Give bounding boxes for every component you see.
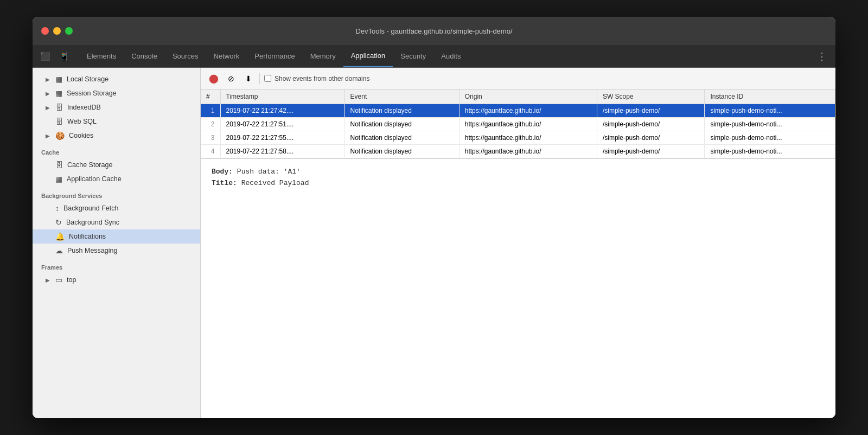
more-tabs-button[interactable]: ⋮ <box>813 50 831 62</box>
cell-timestamp: 2019-07-22 21:27:55.... <box>220 131 344 145</box>
sidebar-item-notifications[interactable]: ▶ 🔔 Notifications <box>33 229 200 244</box>
toolbar-divider <box>259 73 260 84</box>
cell-origin: https://gauntface.github.io/ <box>459 104 597 118</box>
cloud-icon: ☁ <box>55 246 63 255</box>
main-area: ▶ ▦ Local Storage ▶ ▦ Session Storage ▶ … <box>33 68 835 418</box>
sidebar-item-application-cache[interactable]: ▶ ▦ Application Cache <box>33 172 200 186</box>
tab-application[interactable]: Application <box>343 45 393 67</box>
device-icon[interactable]: 📱 <box>56 49 73 63</box>
body-label: Body: <box>212 168 233 176</box>
push-messaging-label: Push Messaging <box>67 247 117 254</box>
tab-elements[interactable]: Elements <box>79 45 124 67</box>
cell-timestamp: 2019-07-22 21:27:51.... <box>220 118 344 131</box>
table-row[interactable]: 12019-07-22 21:27:42....Notification dis… <box>201 104 835 118</box>
other-domains-input[interactable] <box>264 75 271 82</box>
tab-console[interactable]: Console <box>124 45 165 67</box>
sidebar-item-push-messaging[interactable]: ▶ ☁ Push Messaging <box>33 244 200 258</box>
close-button[interactable] <box>41 27 49 35</box>
cell-instance-id: simple-push-demo-noti... <box>705 118 835 131</box>
notifications-label: Notifications <box>69 233 106 240</box>
download-button[interactable]: ⬇ <box>242 72 255 85</box>
maximize-button[interactable] <box>65 27 73 35</box>
sidebar-item-top[interactable]: ▶ ▭ top <box>33 273 200 287</box>
title-value: Received Payload <box>241 179 309 187</box>
window-title: DevTools - gauntface.github.io/simple-pu… <box>355 27 512 35</box>
col-event: Event <box>344 89 459 104</box>
local-storage-label: Local Storage <box>67 75 108 83</box>
indexeddb-label: IndexedDB <box>67 104 101 111</box>
table-header-row: # Timestamp Event Origin SW Scope Instan… <box>201 89 835 104</box>
cell-timestamp: 2019-07-22 21:27:58.... <box>220 145 344 158</box>
web-sql-label: Web SQL <box>67 118 97 125</box>
cell-num: 2 <box>201 118 220 131</box>
traffic-lights <box>41 27 73 35</box>
cell-num: 3 <box>201 131 220 145</box>
sidebar-item-cache-storage[interactable]: ▶ 🗄 Cache Storage <box>33 158 200 172</box>
cache-section-label: Cache <box>33 143 200 158</box>
cell-origin: https://gauntface.github.io/ <box>459 131 597 145</box>
tab-memory[interactable]: Memory <box>303 45 343 67</box>
sidebar: ▶ ▦ Local Storage ▶ ▦ Session Storage ▶ … <box>33 68 201 418</box>
tab-sources[interactable]: Sources <box>165 45 206 67</box>
application-cache-label: Application Cache <box>67 175 122 183</box>
table-row[interactable]: 42019-07-22 21:27:58....Notification dis… <box>201 145 835 158</box>
table-row[interactable]: 22019-07-22 21:27:51....Notification dis… <box>201 118 835 131</box>
clear-button[interactable]: ⊘ <box>225 72 238 85</box>
db-icon: 🗄 <box>55 117 63 126</box>
cell-event: Notification displayed <box>344 118 459 131</box>
body-detail: Body: Push data: 'A1' <box>212 168 825 176</box>
expand-arrow: ▶ <box>46 76 50 82</box>
minimize-button[interactable] <box>53 27 61 35</box>
sync-icon: ↻ <box>55 218 62 227</box>
cell-sw-scope: /simple-push-demo/ <box>597 145 705 158</box>
bg-services-section-label: Background Services <box>33 186 200 201</box>
title-label: Title: <box>212 179 237 187</box>
notifications-table-container: # Timestamp Event Origin SW Scope Instan… <box>201 89 835 159</box>
sidebar-item-background-sync[interactable]: ▶ ↻ Background Sync <box>33 215 200 229</box>
cell-num: 1 <box>201 104 220 118</box>
tab-network[interactable]: Network <box>206 45 247 67</box>
col-sw-scope: SW Scope <box>597 89 705 104</box>
grid-icon: ▦ <box>55 89 62 98</box>
cell-event: Notification displayed <box>344 145 459 158</box>
detail-area: Body: Push data: 'A1' Title: Received Pa… <box>201 159 835 418</box>
cell-event: Notification displayed <box>344 104 459 118</box>
tab-bar: ⬛ 📱 Elements Console Sources Network Per… <box>33 45 835 68</box>
cell-num: 4 <box>201 145 220 158</box>
tab-audits[interactable]: Audits <box>433 45 468 67</box>
grid-icon: ▦ <box>55 75 62 84</box>
tab-security[interactable]: Security <box>393 45 433 67</box>
cookie-icon: 🍪 <box>55 131 65 140</box>
cookies-label: Cookies <box>69 132 93 139</box>
sidebar-item-session-storage[interactable]: ▶ ▦ Session Storage <box>33 86 200 100</box>
background-fetch-label: Background Fetch <box>63 204 118 212</box>
db-icon: 🗄 <box>55 161 63 169</box>
expand-arrow: ▶ <box>46 277 50 283</box>
sidebar-item-indexeddb[interactable]: ▶ 🗄 IndexedDB <box>33 100 200 114</box>
title-bar: DevTools - gauntface.github.io/simple-pu… <box>33 17 835 45</box>
tab-bar-icons: ⬛ 📱 <box>37 49 73 63</box>
col-instance-id: Instance ID <box>705 89 835 104</box>
cell-instance-id: simple-push-demo-noti... <box>705 104 835 118</box>
tab-performance[interactable]: Performance <box>247 45 302 67</box>
show-other-domains-checkbox[interactable]: Show events from other domains <box>264 75 369 82</box>
cursor-icon[interactable]: ⬛ <box>37 49 54 63</box>
cell-instance-id: simple-push-demo-noti... <box>705 131 835 145</box>
col-num: # <box>201 89 220 104</box>
title-detail: Title: Received Payload <box>212 179 825 187</box>
notifications-table: # Timestamp Event Origin SW Scope Instan… <box>201 89 835 158</box>
cell-sw-scope: /simple-push-demo/ <box>597 118 705 131</box>
table-row[interactable]: 32019-07-22 21:27:55....Notification dis… <box>201 131 835 145</box>
frame-icon: ▭ <box>55 276 62 284</box>
top-frame-label: top <box>67 276 76 284</box>
cell-sw-scope: /simple-push-demo/ <box>597 104 705 118</box>
toolbar: ⬤ ⊘ ⬇ Show events from other domains <box>201 68 835 89</box>
sidebar-item-background-fetch[interactable]: ▶ ↕ Background Fetch <box>33 201 200 215</box>
background-sync-label: Background Sync <box>66 219 119 226</box>
bell-icon: 🔔 <box>55 232 65 241</box>
sidebar-item-web-sql[interactable]: ▶ 🗄 Web SQL <box>33 114 200 129</box>
sidebar-item-local-storage[interactable]: ▶ ▦ Local Storage <box>33 72 200 86</box>
expand-arrow: ▶ <box>46 105 50 111</box>
sidebar-item-cookies[interactable]: ▶ 🍪 Cookies <box>33 129 200 143</box>
record-button[interactable]: ⬤ <box>207 72 220 85</box>
